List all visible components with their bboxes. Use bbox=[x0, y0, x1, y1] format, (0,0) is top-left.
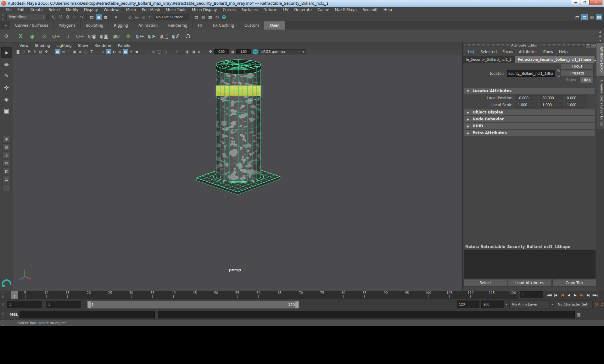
occlusion-icon[interactable]: ▢ bbox=[162, 49, 168, 54]
menu-item[interactable]: Generate bbox=[291, 7, 315, 13]
viewport-menu-item[interactable]: Renderer bbox=[91, 43, 115, 48]
xgen-guide-width-icon[interactable]: ψ↔ bbox=[135, 31, 145, 41]
menu-item[interactable]: Mesh Tools bbox=[163, 7, 189, 13]
scale-tool[interactable]: ▣ bbox=[1, 105, 12, 116]
title-bar[interactable]: Autodesk Maya 2016: C:\Users\dimax\Deskt… bbox=[0, 0, 604, 7]
mel-command-input[interactable] bbox=[20, 311, 155, 318]
float-panel-icon[interactable]: ❐ bbox=[586, 44, 590, 47]
section-uuid[interactable]: ▶ UUID bbox=[464, 123, 596, 129]
two-d-pan-zoom-icon[interactable]: ✥ bbox=[43, 49, 49, 54]
bifrost-icon[interactable]: ⬡ bbox=[182, 31, 193, 41]
local-position-x-field[interactable] bbox=[516, 95, 538, 101]
xgen-export-patches-icon[interactable]: ⤓ bbox=[63, 31, 74, 41]
range-end-handle[interactable] bbox=[295, 301, 299, 308]
viewport-menu-item[interactable]: Show bbox=[75, 43, 91, 48]
sidebar-vertical-tab[interactable]: Channel Box / Layer Editor bbox=[596, 77, 604, 130]
menu-item[interactable]: File bbox=[3, 7, 14, 13]
undo-icon[interactable]: ↶ bbox=[71, 14, 78, 20]
timeslider-grip[interactable] bbox=[2, 292, 5, 298]
viewport-canvas[interactable] bbox=[13, 55, 462, 291]
menu-set-dropdown[interactable]: Modeling ▾ bbox=[6, 14, 47, 20]
section-node-behavior[interactable]: ▶ Node Behavior bbox=[464, 116, 596, 122]
modeling-toolkit-toggle-icon[interactable]: ⬒ bbox=[574, 14, 580, 20]
snap-grid-icon[interactable]: ⌗ bbox=[113, 14, 119, 20]
notes-textarea[interactable] bbox=[464, 250, 596, 279]
minimize-button[interactable]: ▬ bbox=[571, 0, 580, 5]
xgen-clear-preview-icon[interactable]: ⊘ bbox=[39, 31, 50, 41]
local-scale-x-field[interactable] bbox=[516, 102, 538, 108]
chevron-down-icon[interactable]: ▾ bbox=[506, 303, 507, 306]
menu-item[interactable]: MaxToMaya bbox=[332, 7, 360, 13]
xray-icon[interactable]: ▩ bbox=[123, 49, 128, 54]
maximize-button[interactable]: ❐ bbox=[580, 0, 589, 5]
xgen-guide-visibility-icon[interactable]: ψ◉ bbox=[87, 31, 98, 41]
go-to-end-button[interactable]: ▶▶| bbox=[592, 292, 598, 299]
attribute-editor-menu-item[interactable]: Selected bbox=[478, 50, 500, 54]
render-view-icon[interactable]: ▤ bbox=[193, 14, 199, 20]
ipr-render-icon[interactable]: ▦ bbox=[207, 14, 213, 20]
playback-end-field[interactable] bbox=[457, 301, 479, 308]
menu-item[interactable]: UV bbox=[280, 7, 291, 13]
shelf-tab[interactable]: Rigging bbox=[109, 21, 133, 30]
local-scale-z-field[interactable] bbox=[565, 102, 587, 108]
step-forward-key-button[interactable]: ▶| bbox=[579, 292, 585, 299]
separator[interactable] bbox=[140, 49, 145, 54]
animation-end-field[interactable] bbox=[481, 301, 504, 308]
resolution-gate-icon[interactable]: ◻ bbox=[66, 49, 72, 54]
image-plane-icon[interactable]: ▨ bbox=[38, 49, 43, 54]
statusline-grip[interactable] bbox=[2, 14, 5, 20]
safe-action-icon[interactable]: ◱ bbox=[83, 49, 89, 54]
snap-projected-center-icon[interactable]: ◎ bbox=[134, 14, 140, 20]
attribute-editor-header[interactable]: Attribute Editor ❐ ✕ bbox=[463, 43, 597, 48]
shelf-tab[interactable]: Animation bbox=[133, 21, 163, 30]
shelf-scroll-dot-icon[interactable]: ● bbox=[599, 35, 601, 38]
shelf-scroll-down-icon[interactable]: ▼ bbox=[599, 39, 601, 42]
layout-persp-outliner-button[interactable]: ◧ bbox=[3, 168, 11, 175]
tool-settings-toggle-icon[interactable]: ▥ bbox=[589, 14, 595, 20]
rotate-tool[interactable]: ◈ bbox=[1, 94, 12, 104]
separator[interactable] bbox=[49, 49, 55, 54]
plane-x-icon[interactable]: ◧ bbox=[185, 49, 191, 54]
rangebar-grip[interactable] bbox=[2, 301, 5, 308]
step-back-key-button[interactable]: |◀ bbox=[559, 292, 565, 299]
color-management-toggle[interactable]: ON bbox=[253, 49, 258, 54]
viewport-panel[interactable]: ViewShadingLightingShowRendererPanels ◙⌑… bbox=[13, 43, 462, 291]
time-slider-track[interactable]: 1 5 10 15 20 bbox=[11, 291, 517, 299]
attribute-editor-menu-item[interactable]: Show bbox=[540, 50, 556, 54]
viewport-menu-item[interactable]: Shading bbox=[31, 43, 53, 48]
menu-item[interactable]: Display bbox=[81, 7, 101, 13]
separator[interactable] bbox=[202, 49, 208, 54]
xgen-convert-guides-icon[interactable]: ψ⬚ bbox=[159, 31, 169, 41]
xgen-delete-guides-icon[interactable]: ψ✗ bbox=[171, 31, 181, 41]
section-locator-attributes[interactable]: ▼ Locator Attributes bbox=[464, 88, 596, 94]
shelf-tab[interactable]: XGen bbox=[264, 21, 285, 30]
layout-persp-graph-button[interactable]: ⬓ bbox=[3, 176, 11, 183]
wireframe-on-shaded-icon[interactable]: ◍ bbox=[117, 49, 123, 54]
shelf-tab[interactable]: Polygons bbox=[53, 21, 81, 30]
step-back-frame-button[interactable]: |◀ bbox=[552, 292, 559, 299]
melbar-grip[interactable] bbox=[2, 312, 5, 318]
range-slider-bar[interactable]: 1 120 bbox=[87, 301, 299, 309]
gate-mask-icon[interactable]: ▣ bbox=[72, 49, 77, 54]
layout-two-pane-side-button[interactable]: ◫ bbox=[3, 152, 11, 158]
xgen-select-guides-icon[interactable]: ψ➤ bbox=[147, 31, 157, 41]
channel-box-toggle-icon[interactable]: ▧ bbox=[596, 14, 602, 20]
shelf-tab[interactable]: Curves / Surfaces bbox=[10, 21, 53, 30]
play-forwards-button[interactable]: ▶ bbox=[572, 292, 579, 299]
grid-icon[interactable]: ▦ bbox=[55, 49, 60, 54]
close-panel-icon[interactable]: ✕ bbox=[591, 44, 596, 47]
render-settings-icon[interactable]: ⚙ bbox=[214, 14, 220, 20]
menu-item[interactable]: Modify bbox=[63, 7, 81, 13]
new-scene-icon[interactable]: ⎗ bbox=[51, 14, 57, 20]
character-set-dropdown[interactable]: No Character Set bbox=[555, 301, 593, 308]
chevron-down-icon[interactable]: ▾ bbox=[551, 303, 553, 306]
attribute-editor-toggle-icon[interactable]: ▤ bbox=[581, 14, 588, 20]
animation-preferences-icon[interactable]: ⚷ bbox=[601, 302, 604, 307]
auto-key-icon[interactable]: ⟳ bbox=[595, 301, 599, 307]
gear-icon[interactable]: ⚙ bbox=[2, 32, 11, 41]
focus-button[interactable]: Focus bbox=[561, 63, 594, 69]
current-time-field[interactable] bbox=[520, 291, 543, 298]
separator[interactable] bbox=[94, 49, 100, 54]
attribute-editor-menu-item[interactable]: Focus bbox=[500, 50, 516, 54]
section-extra-attributes[interactable]: ▶ Extra Attributes bbox=[464, 130, 596, 136]
